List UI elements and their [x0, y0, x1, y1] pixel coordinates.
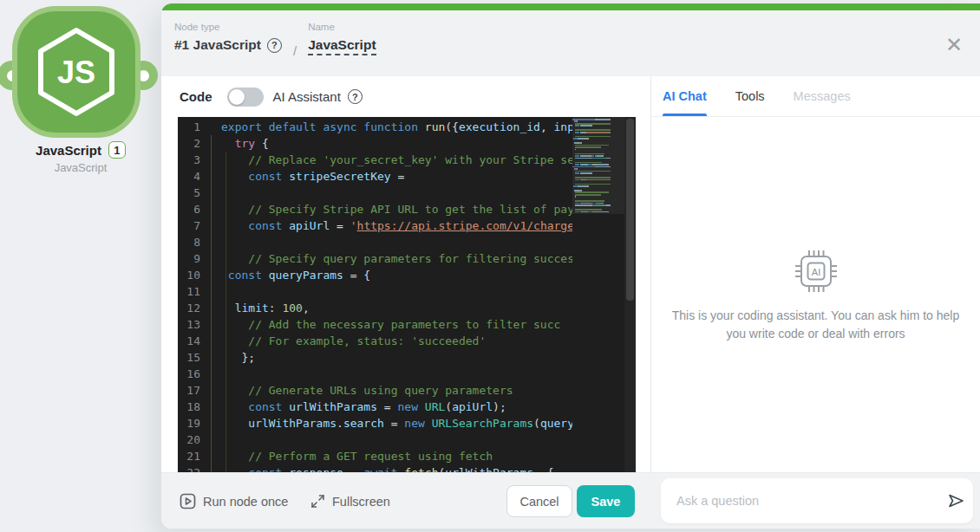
- code-line[interactable]: 1export default async function run({exec…: [178, 119, 636, 135]
- header-separator: /: [293, 43, 297, 58]
- node-subtitle: JavaScript: [0, 161, 161, 174]
- code-line[interactable]: 14 // For example, status: 'succeeded': [178, 333, 636, 349]
- modal-footer: Run node once Fullscreen Cancel Save: [161, 472, 980, 529]
- code-line[interactable]: 6 // Specify Stripe API URL to get the l…: [178, 201, 636, 217]
- code-line[interactable]: 9 // Specify query parameters for filter…: [178, 250, 636, 267]
- line-number: 13: [178, 316, 200, 333]
- line-number: 8: [178, 234, 200, 250]
- code-line[interactable]: 17 // Generate URLs using query paramete…: [178, 382, 636, 399]
- assistant-empty-text: This is your coding assistant. You can a…: [663, 307, 969, 343]
- line-number: 5: [178, 185, 200, 201]
- line-number: 2: [178, 135, 200, 152]
- help-icon[interactable]: ?: [348, 89, 363, 104]
- line-number: 15: [178, 349, 200, 366]
- line-number: 14: [178, 333, 200, 349]
- code-line[interactable]: 5: [178, 185, 636, 201]
- toggle-knob: [229, 89, 245, 105]
- line-number: 21: [178, 448, 200, 464]
- send-icon: [946, 492, 965, 509]
- line-number: 19: [178, 415, 200, 431]
- ai-chip-icon: AI: [793, 248, 840, 295]
- run-icon: [180, 493, 196, 509]
- fullscreen-button[interactable]: Fullscreen: [310, 473, 390, 529]
- code-line[interactable]: 2 try {: [178, 135, 636, 152]
- ai-assistant-label: AI Assistant: [273, 89, 341, 104]
- workflow-canvas: { "canvas": { "node": { "title": "JavaSc…: [0, 0, 980, 532]
- line-number: 17: [178, 382, 200, 399]
- code-line[interactable]: 10 const queryParams = {: [178, 267, 636, 283]
- code-line[interactable]: 4 const stripeSecretKey =: [178, 168, 636, 185]
- help-icon[interactable]: ?: [267, 38, 282, 53]
- workflow-node-javascript[interactable]: JS JavaScript 1 JavaScript: [0, 0, 161, 182]
- line-number: 11: [178, 283, 200, 300]
- fullscreen-icon: [310, 494, 325, 509]
- chat-input-container: [661, 478, 973, 523]
- line-number: 16: [178, 366, 200, 382]
- code-line[interactable]: 7 const apiUrl = 'https://api.stripe.com…: [178, 217, 636, 234]
- line-number: 18: [178, 399, 200, 415]
- code-pane: Code AI Assistant ? 1export default asyn…: [161, 76, 650, 472]
- svg-text:AI: AI: [811, 267, 820, 277]
- line-number: 9: [178, 250, 200, 267]
- scrollbar-thumb[interactable]: [626, 119, 634, 301]
- send-button[interactable]: [938, 478, 973, 523]
- right-panel-tabs: AI ChatToolsMessages: [651, 76, 980, 117]
- tab-tools[interactable]: Tools: [735, 76, 765, 116]
- line-number: 1: [178, 119, 200, 135]
- code-line[interactable]: 3 // Replace 'your_secret_key' with your…: [178, 152, 636, 168]
- line-number: 22: [178, 464, 200, 472]
- nodejs-hexagon-icon: JS: [33, 24, 120, 120]
- code-line[interactable]: 19 urlWithParams.search = new URLSearchP…: [178, 415, 636, 431]
- code-line[interactable]: 21 // Perform a GET request using fetch: [178, 448, 636, 464]
- code-line[interactable]: 15 };: [178, 349, 636, 366]
- editor-scrollbar[interactable]: [624, 117, 636, 472]
- code-line[interactable]: 8: [178, 234, 636, 250]
- save-button[interactable]: Save: [577, 485, 635, 517]
- tab-messages[interactable]: Messages: [794, 76, 851, 116]
- run-node-once-button[interactable]: Run node once: [180, 473, 288, 529]
- port-dot: [7, 70, 18, 81]
- tab-ai-chat[interactable]: AI Chat: [663, 76, 707, 116]
- modal-header: Node type #1 JavaScript ? / Name JavaScr…: [161, 10, 980, 76]
- code-tab-label: Code: [180, 89, 212, 104]
- ask-question-input[interactable]: [661, 494, 938, 508]
- line-number: 10: [178, 267, 200, 283]
- node-editor-modal: Node type #1 JavaScript ? / Name JavaScr…: [161, 3, 980, 529]
- close-icon[interactable]: ✕: [945, 35, 963, 55]
- ai-chat-pane: AI ChatToolsMessages AI This is your cod…: [651, 76, 980, 472]
- svg-text:JS: JS: [57, 55, 95, 90]
- line-number: 4: [178, 168, 200, 185]
- node-type-label: Node type: [174, 22, 282, 32]
- code-line[interactable]: 16: [178, 366, 636, 382]
- editor-minimap[interactable]: [572, 117, 624, 472]
- code-lines: 1export default async function run({exec…: [178, 117, 636, 472]
- line-number: 20: [178, 431, 200, 448]
- code-editor[interactable]: 1export default async function run({exec…: [178, 117, 636, 472]
- code-line[interactable]: 20: [178, 431, 636, 448]
- name-label: Name: [308, 22, 376, 32]
- line-number: 3: [178, 152, 200, 168]
- line-number: 12: [178, 300, 200, 316]
- node-title: JavaScript: [36, 143, 101, 158]
- code-line[interactable]: 11: [178, 283, 636, 300]
- port-dot: [138, 70, 149, 81]
- code-line[interactable]: 13 // Add the necessary parameters to fi…: [178, 316, 636, 333]
- code-line[interactable]: 12 limit: 100,: [178, 300, 636, 316]
- ai-assistant-toggle[interactable]: [227, 88, 264, 107]
- node-icon-tile[interactable]: JS: [17, 11, 135, 133]
- code-line[interactable]: 22 const response = await fetch(urlWithP…: [178, 464, 636, 472]
- modal-accent-bar: [161, 3, 980, 10]
- assistant-empty-state: AI This is your coding assistant. You ca…: [651, 248, 980, 343]
- fullscreen-label: Fullscreen: [332, 495, 390, 509]
- line-number: 7: [178, 217, 200, 234]
- node-count-badge: 1: [108, 141, 126, 159]
- cancel-button[interactable]: Cancel: [506, 485, 572, 517]
- code-line[interactable]: 18 const urlWithParams = new URL(apiUrl)…: [178, 399, 636, 415]
- run-node-once-label: Run node once: [203, 495, 288, 509]
- line-number: 6: [178, 201, 200, 217]
- node-type-value: #1 JavaScript: [174, 37, 261, 53]
- node-name-field[interactable]: JavaScript: [308, 37, 376, 55]
